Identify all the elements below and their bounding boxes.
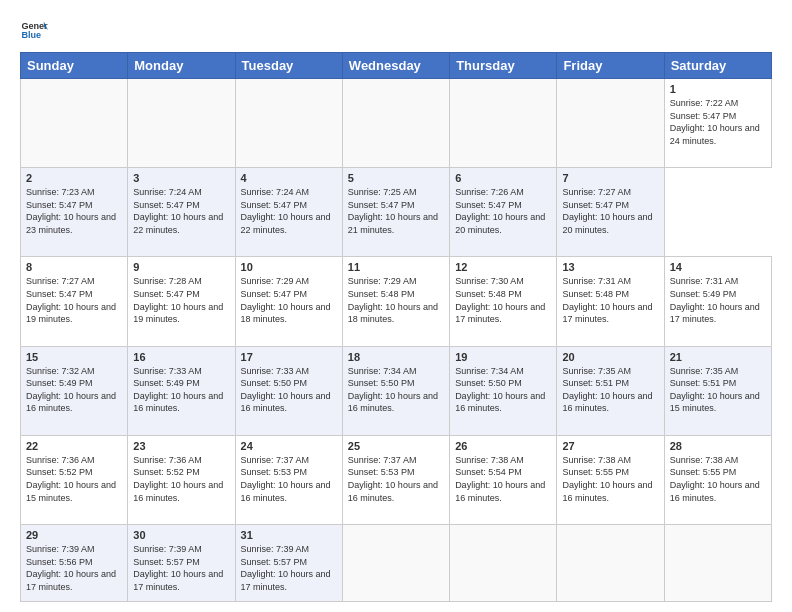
calendar-day-cell: 16Sunrise: 7:33 AMSunset: 5:49 PMDayligh… [128, 346, 235, 435]
calendar-header-friday: Friday [557, 53, 664, 79]
day-info: Sunrise: 7:38 AMSunset: 5:55 PMDaylight:… [562, 454, 658, 504]
calendar-day-cell: 13Sunrise: 7:31 AMSunset: 5:48 PMDayligh… [557, 257, 664, 346]
calendar-day-cell: 9Sunrise: 7:28 AMSunset: 5:47 PMDaylight… [128, 257, 235, 346]
calendar-header-tuesday: Tuesday [235, 53, 342, 79]
calendar-day-cell: 14Sunrise: 7:31 AMSunset: 5:49 PMDayligh… [664, 257, 771, 346]
day-info: Sunrise: 7:39 AMSunset: 5:57 PMDaylight:… [133, 543, 229, 593]
calendar-day-cell: 30Sunrise: 7:39 AMSunset: 5:57 PMDayligh… [128, 524, 235, 601]
calendar-header-wednesday: Wednesday [342, 53, 449, 79]
calendar-header-row: SundayMondayTuesdayWednesdayThursdayFrid… [21, 53, 772, 79]
empty-cell [128, 79, 235, 168]
day-number: 11 [348, 261, 444, 273]
day-number: 15 [26, 351, 122, 363]
calendar-day-cell: 1Sunrise: 7:22 AMSunset: 5:47 PMDaylight… [664, 79, 771, 168]
calendar-day-cell: 21Sunrise: 7:35 AMSunset: 5:51 PMDayligh… [664, 346, 771, 435]
day-info: Sunrise: 7:24 AMSunset: 5:47 PMDaylight:… [133, 186, 229, 236]
day-number: 12 [455, 261, 551, 273]
calendar-day-cell: 29Sunrise: 7:39 AMSunset: 5:56 PMDayligh… [21, 524, 128, 601]
day-number: 10 [241, 261, 337, 273]
day-number: 2 [26, 172, 122, 184]
day-number: 9 [133, 261, 229, 273]
calendar-day-cell: 10Sunrise: 7:29 AMSunset: 5:47 PMDayligh… [235, 257, 342, 346]
day-number: 31 [241, 529, 337, 541]
calendar-day-cell [664, 524, 771, 601]
calendar-header-monday: Monday [128, 53, 235, 79]
day-info: Sunrise: 7:38 AMSunset: 5:55 PMDaylight:… [670, 454, 766, 504]
day-info: Sunrise: 7:35 AMSunset: 5:51 PMDaylight:… [670, 365, 766, 415]
calendar-day-cell: 25Sunrise: 7:37 AMSunset: 5:53 PMDayligh… [342, 435, 449, 524]
calendar-day-cell: 17Sunrise: 7:33 AMSunset: 5:50 PMDayligh… [235, 346, 342, 435]
day-info: Sunrise: 7:23 AMSunset: 5:47 PMDaylight:… [26, 186, 122, 236]
empty-cell [557, 79, 664, 168]
day-number: 29 [26, 529, 122, 541]
calendar-day-cell: 27Sunrise: 7:38 AMSunset: 5:55 PMDayligh… [557, 435, 664, 524]
empty-cell [450, 79, 557, 168]
calendar-day-cell: 12Sunrise: 7:30 AMSunset: 5:48 PMDayligh… [450, 257, 557, 346]
day-info: Sunrise: 7:25 AMSunset: 5:47 PMDaylight:… [348, 186, 444, 236]
day-number: 19 [455, 351, 551, 363]
page: General Blue SundayMondayTuesdayWednesda… [0, 0, 792, 612]
day-info: Sunrise: 7:31 AMSunset: 5:48 PMDaylight:… [562, 275, 658, 325]
calendar-table: SundayMondayTuesdayWednesdayThursdayFrid… [20, 52, 772, 602]
day-number: 26 [455, 440, 551, 452]
calendar-week-row: 1Sunrise: 7:22 AMSunset: 5:47 PMDaylight… [21, 79, 772, 168]
day-number: 13 [562, 261, 658, 273]
day-info: Sunrise: 7:34 AMSunset: 5:50 PMDaylight:… [348, 365, 444, 415]
calendar-day-cell: 23Sunrise: 7:36 AMSunset: 5:52 PMDayligh… [128, 435, 235, 524]
calendar-day-cell: 22Sunrise: 7:36 AMSunset: 5:52 PMDayligh… [21, 435, 128, 524]
day-info: Sunrise: 7:34 AMSunset: 5:50 PMDaylight:… [455, 365, 551, 415]
day-number: 27 [562, 440, 658, 452]
day-info: Sunrise: 7:24 AMSunset: 5:47 PMDaylight:… [241, 186, 337, 236]
calendar-day-cell: 11Sunrise: 7:29 AMSunset: 5:48 PMDayligh… [342, 257, 449, 346]
calendar-day-cell: 3Sunrise: 7:24 AMSunset: 5:47 PMDaylight… [128, 168, 235, 257]
day-number: 7 [562, 172, 658, 184]
empty-cell [235, 79, 342, 168]
calendar-day-cell: 18Sunrise: 7:34 AMSunset: 5:50 PMDayligh… [342, 346, 449, 435]
calendar-day-cell: 19Sunrise: 7:34 AMSunset: 5:50 PMDayligh… [450, 346, 557, 435]
calendar-week-row: 15Sunrise: 7:32 AMSunset: 5:49 PMDayligh… [21, 346, 772, 435]
logo: General Blue [20, 16, 48, 44]
calendar-day-cell [342, 524, 449, 601]
calendar-day-cell: 15Sunrise: 7:32 AMSunset: 5:49 PMDayligh… [21, 346, 128, 435]
day-info: Sunrise: 7:37 AMSunset: 5:53 PMDaylight:… [348, 454, 444, 504]
day-info: Sunrise: 7:27 AMSunset: 5:47 PMDaylight:… [26, 275, 122, 325]
calendar-day-cell: 8Sunrise: 7:27 AMSunset: 5:47 PMDaylight… [21, 257, 128, 346]
day-number: 25 [348, 440, 444, 452]
day-number: 24 [241, 440, 337, 452]
day-info: Sunrise: 7:38 AMSunset: 5:54 PMDaylight:… [455, 454, 551, 504]
empty-cell [342, 79, 449, 168]
day-number: 23 [133, 440, 229, 452]
day-number: 22 [26, 440, 122, 452]
calendar-day-cell: 20Sunrise: 7:35 AMSunset: 5:51 PMDayligh… [557, 346, 664, 435]
day-info: Sunrise: 7:33 AMSunset: 5:50 PMDaylight:… [241, 365, 337, 415]
day-number: 8 [26, 261, 122, 273]
day-info: Sunrise: 7:29 AMSunset: 5:47 PMDaylight:… [241, 275, 337, 325]
day-number: 28 [670, 440, 766, 452]
day-number: 4 [241, 172, 337, 184]
day-number: 6 [455, 172, 551, 184]
header: General Blue [20, 16, 772, 44]
calendar-day-cell: 26Sunrise: 7:38 AMSunset: 5:54 PMDayligh… [450, 435, 557, 524]
day-number: 21 [670, 351, 766, 363]
calendar-day-cell: 4Sunrise: 7:24 AMSunset: 5:47 PMDaylight… [235, 168, 342, 257]
calendar-week-row: 2Sunrise: 7:23 AMSunset: 5:47 PMDaylight… [21, 168, 772, 257]
day-info: Sunrise: 7:36 AMSunset: 5:52 PMDaylight:… [26, 454, 122, 504]
day-number: 3 [133, 172, 229, 184]
calendar-day-cell: 28Sunrise: 7:38 AMSunset: 5:55 PMDayligh… [664, 435, 771, 524]
svg-text:Blue: Blue [21, 30, 41, 40]
day-info: Sunrise: 7:32 AMSunset: 5:49 PMDaylight:… [26, 365, 122, 415]
day-info: Sunrise: 7:30 AMSunset: 5:48 PMDaylight:… [455, 275, 551, 325]
calendar-header-sunday: Sunday [21, 53, 128, 79]
day-info: Sunrise: 7:36 AMSunset: 5:52 PMDaylight:… [133, 454, 229, 504]
day-info: Sunrise: 7:22 AMSunset: 5:47 PMDaylight:… [670, 97, 766, 147]
day-info: Sunrise: 7:26 AMSunset: 5:47 PMDaylight:… [455, 186, 551, 236]
day-info: Sunrise: 7:31 AMSunset: 5:49 PMDaylight:… [670, 275, 766, 325]
day-info: Sunrise: 7:29 AMSunset: 5:48 PMDaylight:… [348, 275, 444, 325]
calendar-day-cell [557, 524, 664, 601]
calendar-day-cell: 5Sunrise: 7:25 AMSunset: 5:47 PMDaylight… [342, 168, 449, 257]
day-number: 1 [670, 83, 766, 95]
calendar-week-row: 8Sunrise: 7:27 AMSunset: 5:47 PMDaylight… [21, 257, 772, 346]
logo-icon: General Blue [20, 16, 48, 44]
day-info: Sunrise: 7:39 AMSunset: 5:56 PMDaylight:… [26, 543, 122, 593]
calendar-day-cell: 6Sunrise: 7:26 AMSunset: 5:47 PMDaylight… [450, 168, 557, 257]
